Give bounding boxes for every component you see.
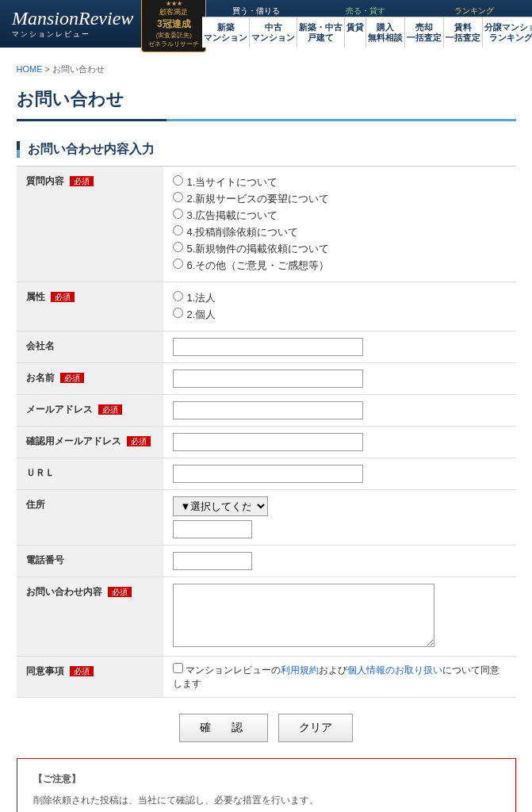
consent-mid: および [319,665,347,676]
required-badge: 必須 [127,436,151,446]
required-badge: 必須 [60,373,84,383]
radio-q6[interactable] [173,259,183,269]
label-company: 会社名 [17,331,163,363]
radio-q4[interactable] [173,225,183,236]
nav-rental[interactable]: 賃貸 [344,17,366,48]
nav-ranking[interactable]: 分譲マンショランキング [482,17,532,48]
question-option-1[interactable]: 1.当サイトについて [173,175,507,190]
nav-rent-assess[interactable]: 賃料一括査定 [443,17,482,48]
phone-input[interactable] [173,552,252,570]
question-option-2[interactable]: 2.新規サービスの要望について [173,192,507,206]
required-badge: 必須 [108,587,132,597]
award-badge: ★★★ 顧客満足 3冠達成 (実査委託先) ゼネラルリサーチ [141,0,206,52]
page-title: お問い合わせ [17,87,516,111]
contact-form: 質問内容 必須 1.当サイトについて 2.新規サービスの要望について 3.広告掲… [17,167,516,698]
email-input[interactable] [173,401,363,419]
breadcrumb: HOME > お問い合わせ [17,63,516,75]
question-option-3[interactable]: 3.広告掲載について [173,209,507,223]
required-badge: 必須 [51,292,75,302]
email-confirm-input[interactable] [173,433,363,451]
badge-main: 3冠達成 [148,17,199,31]
notice-title: 【ご注意】 [33,771,499,788]
question-option-5[interactable]: 5.新規物件の掲載依頼について [173,242,507,256]
attribute-radio-group: 1.法人 2.個人 [173,291,507,322]
privacy-link[interactable]: 個人情報のお取り扱い [347,665,442,676]
radio-q2[interactable] [173,192,183,202]
badge-line1: 顧客満足 [148,7,199,17]
button-row: 確 認 クリア [17,714,516,742]
attribute-option-1[interactable]: 1.法人 [173,291,507,305]
address-input[interactable] [173,520,252,538]
consent-pre: マンションレビューの [186,665,281,676]
radio-q1[interactable] [173,175,183,186]
site-logo[interactable]: MansionReview マンションレビュー [12,8,133,40]
terms-link[interactable]: 利用規約 [281,665,319,676]
badge-line2: (実査委託先) [148,31,199,40]
nav-used-mansion[interactable]: 中古マンション [249,17,297,48]
question-radio-group: 1.当サイトについて 2.新規サービスの要望について 3.広告掲載について 4.… [173,175,507,273]
label-consent: 同意事項 必須 [17,657,163,698]
question-option-4[interactable]: 4.投稿削除依頼について [173,225,507,239]
logo-main: MansionReview [12,8,133,29]
company-input[interactable] [173,338,363,356]
notice-line: 削除依頼をされても、削除されなかった投稿は、削除の必要がないと当社が判断している… [33,809,499,812]
attribute-option-2[interactable]: 2.個人 [173,308,507,322]
required-badge: 必須 [98,404,122,415]
nav-main: 新築マンション 中古マンション 新築・中古戸建て 賃貸 購入無料相談 売却一括査… [202,17,532,48]
nav-new-mansion[interactable]: 新築マンション [202,17,249,48]
radio-q3[interactable] [173,209,183,219]
radio-q5[interactable] [173,242,183,252]
label-email-confirm: 確認用メールアドレス 必須 [17,427,163,458]
label-address: 住所 [17,490,163,546]
logo-sub: マンションレビュー [12,29,133,40]
label-attribute: 属性 必須 [17,282,163,331]
label-email: メールアドレス 必須 [17,395,163,427]
content-textarea[interactable] [173,584,434,647]
required-badge: 必須 [70,666,94,676]
label-content: お問い合わせ内容 必須 [17,577,163,657]
required-badge: 必須 [70,176,94,186]
nav-sell-assess[interactable]: 売却一括査定 [404,17,443,48]
consent-checkbox[interactable] [173,663,183,673]
badge-line3: ゼネラルリサーチ [148,40,199,48]
breadcrumb-home[interactable]: HOME [17,64,43,74]
label-url: ＵＲＬ [17,458,163,490]
question-option-6[interactable]: 6.その他（ご意見・ご感想等） [173,259,507,273]
address-select[interactable]: ▼選択してください▼ [173,496,268,516]
breadcrumb-current: お問い合わせ [52,64,105,74]
label-question: 質問内容 必須 [17,167,163,282]
name-input[interactable] [173,370,363,388]
section-title: お問い合わせ内容入力 [17,141,516,158]
clear-button[interactable]: クリア [278,714,353,742]
notice-box: 【ご注意】 削除依頼された投稿は、当社にて確認し、必要な措置を行います。 削除依… [17,758,516,812]
label-phone: 電話番号 [17,546,163,577]
notice-line: 削除依頼された投稿は、当社にて確認し、必要な措置を行います。 [33,792,499,810]
confirm-button[interactable]: 確 認 [179,714,268,742]
badge-stars: ★★★ [148,0,199,7]
url-input[interactable] [173,465,363,483]
radio-a1[interactable] [173,291,183,301]
nav-consult[interactable]: 購入無料相談 [366,17,404,48]
label-name: お名前 必須 [17,363,163,395]
title-underline [17,119,516,121]
radio-a2[interactable] [173,308,183,318]
nav-house[interactable]: 新築・中古戸建て [297,17,344,48]
